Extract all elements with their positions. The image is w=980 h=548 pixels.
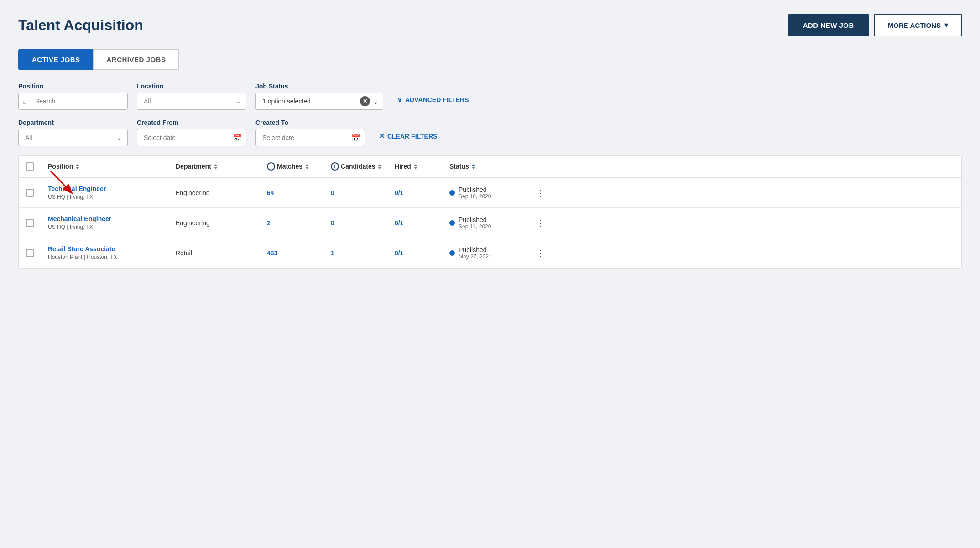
select-all-checkbox[interactable] [26,162,34,171]
candidates-sort-icon[interactable] [378,164,381,169]
row-department-cell: Engineering [176,189,267,196]
candidates-info-icon[interactable]: i [331,162,339,171]
created-from-filter-group: Created From 📅 [137,119,246,146]
jobs-table: Position Department i Matches i Candidat… [18,155,962,269]
location-select[interactable]: All [137,93,246,110]
matches-info-icon[interactable]: i [267,162,275,171]
tab-active-jobs[interactable]: ACTIVE JOBS [18,49,93,70]
add-new-job-button[interactable]: ADD NEW JOB [788,14,869,36]
status-date: Sep 11, 2020 [459,223,491,230]
tab-archived-jobs[interactable]: ARCHIVED JOBS [93,49,180,70]
location-select-wrapper: All ⌄ [137,93,246,110]
position-label: Position [18,83,128,90]
created-to-input[interactable] [255,129,365,146]
job-title-link[interactable]: Technical Engineer [48,185,176,192]
row-more-menu-button[interactable]: ⋮ [532,248,550,258]
department-select[interactable]: All [18,129,128,146]
row-checkbox-cell [26,189,48,197]
filters-section: Position ⌕ Location All ⌄ Job Status ✕ ⌄ [18,83,962,146]
more-actions-button[interactable]: MORE ACTIONS ▾ [874,14,962,36]
page-title: Talent Acquisition [18,17,143,34]
page-header: Talent Acquisition ADD NEW JOB MORE ACTI… [18,14,962,36]
row-candidates-cell[interactable]: 0 [331,219,395,227]
matches-sort-icon[interactable] [305,164,309,169]
table-row: Mechanical Engineer US HQ | Irving, TX E… [19,208,961,238]
row-more-menu-button[interactable]: ⋮ [532,187,550,198]
position-search-input[interactable] [18,93,128,110]
status-info: Published Sep 11, 2020 [459,216,491,230]
x-icon: ✕ [379,132,385,140]
job-status-icons: ✕ ⌄ [360,96,379,106]
status-date: Sep 16, 2020 [459,193,491,200]
tabs-container: ACTIVE JOBS ARCHIVED JOBS [18,49,962,70]
row-candidates-cell[interactable]: 0 [331,189,395,196]
position-sort-icon[interactable] [76,164,79,169]
status-label: Published [459,246,492,253]
sort-up-icon [472,164,475,166]
th-status: Status [449,163,532,170]
th-hired: Hired [395,163,449,170]
row-department-cell: Engineering [176,219,267,227]
row-checkbox[interactable] [26,189,34,197]
filter-row-1: Position ⌕ Location All ⌄ Job Status ✕ ⌄ [18,83,962,110]
sort-down-icon [414,167,417,169]
row-hired-cell: 0/1 [395,249,449,257]
status-dot [449,220,455,226]
header-actions: ADD NEW JOB MORE ACTIONS ▾ [788,14,962,36]
department-filter-group: Department All ⌄ [18,119,128,146]
clear-job-status-button[interactable]: ✕ [360,96,370,106]
status-label: Published [459,186,491,193]
created-from-input[interactable] [137,129,246,146]
row-checkbox-cell [26,219,48,227]
row-position-cell: Technical Engineer US HQ | Irving, TX [48,185,176,200]
row-status-cell: Published May 27, 2021 [449,246,532,260]
row-matches-cell[interactable]: 463 [267,249,331,257]
th-candidates: i Candidates [331,162,395,171]
created-to-filter-group: Created To 📅 [255,119,365,146]
row-more-menu-button[interactable]: ⋮ [532,217,550,228]
filter-row-2: Department All ⌄ Created From 📅 Created … [18,119,962,146]
row-candidates-cell[interactable]: 1 [331,249,395,257]
job-title-link[interactable]: Retail Store Associate [48,245,176,253]
th-department: Department [176,163,267,170]
advanced-filters-link[interactable]: ∨ ADVANCED FILTERS [397,95,469,104]
created-to-label: Created To [255,119,365,126]
job-location: US HQ | Irving, TX [48,224,176,230]
job-status-filter-group: Job Status ✕ ⌄ [255,83,383,110]
department-sort-icon[interactable] [214,164,218,169]
sort-down-icon [472,167,475,169]
status-info: Published May 27, 2021 [459,246,492,260]
job-title-link[interactable]: Mechanical Engineer [48,215,176,222]
job-status-wrapper: ✕ ⌄ [255,93,383,110]
row-hired-cell: 0/1 [395,189,449,196]
th-position: Position [48,163,176,170]
row-position-cell: Retail Store Associate Houston Plant | H… [48,245,176,260]
department-label: Department [18,119,128,126]
filter-icon: ∨ [397,95,402,104]
created-from-input-wrapper: 📅 [137,129,246,146]
table-row: Technical Engineer US HQ | Irving, TX En… [19,178,961,208]
clear-filters-link[interactable]: ✕ CLEAR FILTERS [379,132,437,140]
th-checkbox [26,162,48,171]
status-dot [449,190,455,196]
search-icon: ⌕ [23,98,27,105]
sort-down-icon [76,167,79,169]
sort-up-icon [378,164,381,166]
hired-sort-icon[interactable] [414,164,417,169]
department-select-wrapper: All ⌄ [18,129,128,146]
th-matches: i Matches [267,162,331,171]
status-label: Published [459,216,491,223]
row-matches-cell[interactable]: 64 [267,189,331,196]
status-sort-icon[interactable] [472,164,475,169]
position-input-wrapper: ⌕ [18,93,128,110]
job-status-label: Job Status [255,83,383,90]
status-date: May 27, 2021 [459,253,492,260]
row-checkbox[interactable] [26,219,34,227]
row-checkbox-cell [26,249,48,257]
sort-up-icon [214,164,218,166]
row-matches-cell[interactable]: 2 [267,219,331,227]
location-label: Location [137,83,246,90]
sort-down-icon [305,167,309,169]
row-checkbox[interactable] [26,249,34,257]
table-header: Position Department i Matches i Candidat… [19,156,961,178]
